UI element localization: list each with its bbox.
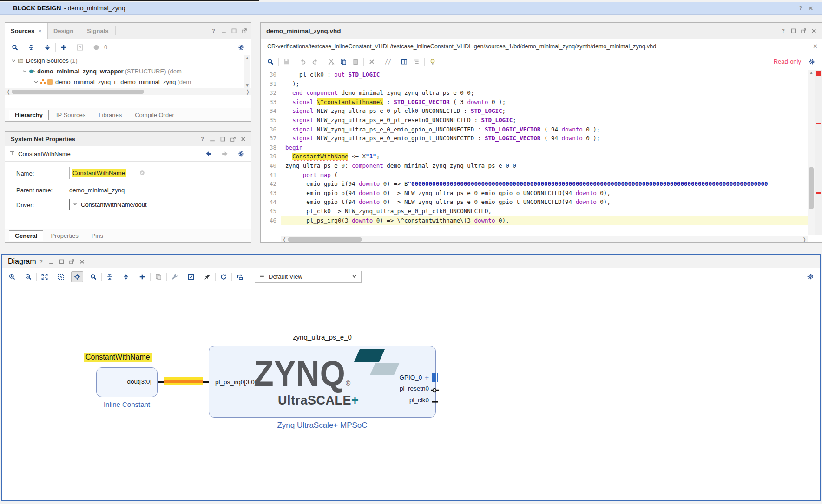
back-arrow-icon[interactable] bbox=[203, 148, 215, 159]
zynq-port-pl_resetn0[interactable]: pl_resetn0 bbox=[400, 385, 429, 392]
settings-gear-icon[interactable] bbox=[235, 148, 247, 159]
validate-icon[interactable] bbox=[185, 271, 197, 282]
window-close-icon[interactable] bbox=[805, 3, 815, 13]
paste-icon[interactable] bbox=[349, 56, 362, 67]
code-line[interactable]: 38begin bbox=[261, 143, 808, 152]
tab-design[interactable]: Design bbox=[48, 23, 79, 39]
search-icon[interactable] bbox=[9, 42, 21, 53]
window-close-icon[interactable] bbox=[809, 26, 819, 36]
code-line[interactable]: 34 signal NLW_zynq_ultra_ps_e_0_pl_clk0_… bbox=[261, 106, 808, 116]
editor-horizontal-scrollbar[interactable]: ❬ ❭ bbox=[281, 236, 808, 242]
diagram-canvas[interactable]: ConstantWithName dout[3:0] Inline Consta… bbox=[2, 285, 820, 500]
search-icon[interactable] bbox=[264, 56, 276, 67]
cut-icon[interactable] bbox=[325, 56, 337, 67]
error-mark[interactable] bbox=[816, 71, 821, 76]
dash-pin-icon[interactable] bbox=[431, 399, 440, 406]
settings-gear-icon[interactable] bbox=[806, 56, 818, 67]
columns-icon[interactable] bbox=[398, 56, 410, 67]
window-float-icon[interactable] bbox=[798, 26, 809, 36]
code-line[interactable]: 43 emio_gpio_o(94 downto 0) => NLW_zynq_… bbox=[261, 189, 808, 198]
zynq-instance-name[interactable]: zynq_ultra_ps_e_0 bbox=[209, 333, 436, 341]
tree-item[interactable]: demo_minimal_zynq_wrapper(STRUCTURE) (de… bbox=[5, 66, 243, 77]
save-icon[interactable] bbox=[281, 56, 293, 67]
add-icon[interactable] bbox=[136, 271, 148, 282]
zoom-selection-icon[interactable] bbox=[55, 271, 67, 282]
code-line[interactable]: 46 pl_ps_irq0(3 downto 0) => \^constantw… bbox=[261, 216, 808, 225]
tab-hierarchy[interactable]: Hierarchy bbox=[9, 110, 49, 120]
zynq-ultra-ps-block[interactable]: pl_ps_irq0[3:0] ZYNQ® UltraSCALE+ GPIO_0… bbox=[209, 346, 436, 418]
tab-libraries[interactable]: Libraries bbox=[93, 110, 127, 120]
window-close-icon[interactable] bbox=[77, 257, 87, 266]
zoom-fit-icon[interactable] bbox=[39, 271, 51, 282]
code-line[interactable]: 40zynq_ultra_ps_e_0: component demo_mini… bbox=[261, 161, 808, 170]
scroll-left-icon[interactable]: ❬ bbox=[281, 236, 288, 242]
wrench-icon[interactable] bbox=[169, 271, 181, 282]
forward-arrow-icon[interactable] bbox=[219, 148, 231, 159]
scroll-right-icon[interactable]: ❭ bbox=[244, 89, 251, 95]
window-help-icon[interactable]: ? bbox=[197, 134, 207, 144]
sources-vertical-scrollbar[interactable]: ▲ ▼ bbox=[244, 55, 250, 88]
scrollbar-thumb[interactable] bbox=[288, 237, 362, 242]
window-float-icon[interactable] bbox=[239, 26, 249, 36]
redo-icon[interactable] bbox=[309, 56, 321, 67]
code-line[interactable]: 33 signal \^constantwithname\ : STD_LOGI… bbox=[261, 98, 808, 107]
settings-gear-icon[interactable] bbox=[804, 271, 816, 282]
tab-pins[interactable]: Pins bbox=[86, 231, 109, 241]
add-icon[interactable] bbox=[58, 42, 70, 53]
error-mark[interactable] bbox=[816, 192, 821, 194]
tree-item[interactable]: demo_minimal_zynq_i : demo_minimal_zynq … bbox=[5, 77, 243, 87]
driver-value-box[interactable]: ConstantWithName/dout bbox=[69, 199, 151, 210]
error-mark[interactable] bbox=[816, 123, 821, 124]
code-line[interactable]: 31 ); bbox=[261, 79, 808, 89]
scroll-up-icon[interactable]: ▲ bbox=[808, 70, 815, 75]
zynq-port-pl_clk0[interactable]: pl_clk0 bbox=[409, 397, 429, 404]
code-area[interactable]: 30 pl_clk0 : out STD_LOGIC31 );32 end co… bbox=[261, 70, 808, 235]
caret-icon[interactable] bbox=[32, 79, 39, 85]
code-line[interactable]: 35 signal NLW_zynq_ultra_ps_e_0_pl_reset… bbox=[261, 116, 808, 125]
copy-gray-icon[interactable] bbox=[152, 271, 164, 282]
const-dout-port[interactable]: dout[3:0] bbox=[127, 378, 151, 385]
code-line[interactable]: 30 pl_clk0 : out STD_LOGIC bbox=[261, 70, 808, 79]
code-line[interactable]: 37 signal NLW_zynq_ultra_ps_e_0_emio_gpi… bbox=[261, 134, 808, 143]
msg-circle-icon[interactable] bbox=[90, 42, 102, 53]
tab-ip-sources[interactable]: IP Sources bbox=[51, 110, 91, 120]
caret-icon[interactable] bbox=[10, 58, 17, 64]
editor-vertical-scrollbar[interactable]: ▲ bbox=[808, 70, 815, 235]
undo-icon[interactable] bbox=[297, 56, 309, 67]
bulb-icon[interactable] bbox=[427, 56, 439, 67]
autofit-icon[interactable] bbox=[71, 271, 83, 282]
settings-gear-icon[interactable] bbox=[235, 42, 247, 53]
window-help-icon[interactable]: ? bbox=[36, 257, 46, 266]
sources-horizontal-scrollbar[interactable]: ❬ ❭ bbox=[5, 88, 251, 95]
scroll-down-icon[interactable]: ▼ bbox=[244, 83, 250, 88]
expand-port-icon[interactable]: + bbox=[425, 373, 429, 381]
net-label-highlight[interactable]: ConstantWithName bbox=[84, 353, 152, 362]
window-help-icon[interactable]: ? bbox=[778, 26, 788, 36]
tab-compile-order[interactable]: Compile Order bbox=[129, 110, 180, 120]
scroll-left-icon[interactable]: ❬ bbox=[5, 89, 12, 95]
code-line[interactable]: 42 emio_gpio_i(94 downto 0) => B"0000000… bbox=[261, 179, 808, 189]
window-minimize-icon[interactable] bbox=[46, 257, 56, 266]
window-help-icon[interactable]: ? bbox=[795, 3, 805, 13]
caret-icon[interactable] bbox=[21, 68, 28, 74]
pin-icon[interactable] bbox=[201, 271, 213, 282]
window-minimize-icon[interactable] bbox=[218, 26, 229, 36]
copy-icon[interactable] bbox=[337, 56, 349, 67]
code-line[interactable]: 36 signal NLW_zynq_ultra_ps_e_0_emio_gpi… bbox=[261, 125, 808, 134]
code-line[interactable]: 44 emio_gpio_t(94 downto 0) => NLW_zynq_… bbox=[261, 197, 808, 207]
window-maximize-icon[interactable] bbox=[229, 26, 239, 36]
collapse-all-icon[interactable] bbox=[104, 271, 116, 282]
tab-properties[interactable]: Properties bbox=[45, 231, 84, 241]
window-float-icon[interactable] bbox=[66, 257, 77, 266]
outpin-pin-icon[interactable] bbox=[431, 387, 440, 394]
inline-constant-block[interactable]: dout[3:0] bbox=[96, 367, 158, 397]
tree-item[interactable]: Design Sources (1) bbox=[5, 55, 243, 66]
tab-general[interactable]: General bbox=[9, 230, 43, 241]
view-selector[interactable]: Default View bbox=[255, 271, 362, 283]
window-help-icon[interactable]: ? bbox=[208, 26, 218, 36]
scroll-right-icon[interactable]: ❭ bbox=[801, 236, 808, 242]
regen-icon[interactable] bbox=[234, 271, 246, 282]
scrollbar-thumb[interactable] bbox=[12, 90, 144, 94]
comment-icon[interactable]: // bbox=[382, 56, 394, 67]
window-maximize-icon[interactable] bbox=[217, 134, 228, 144]
